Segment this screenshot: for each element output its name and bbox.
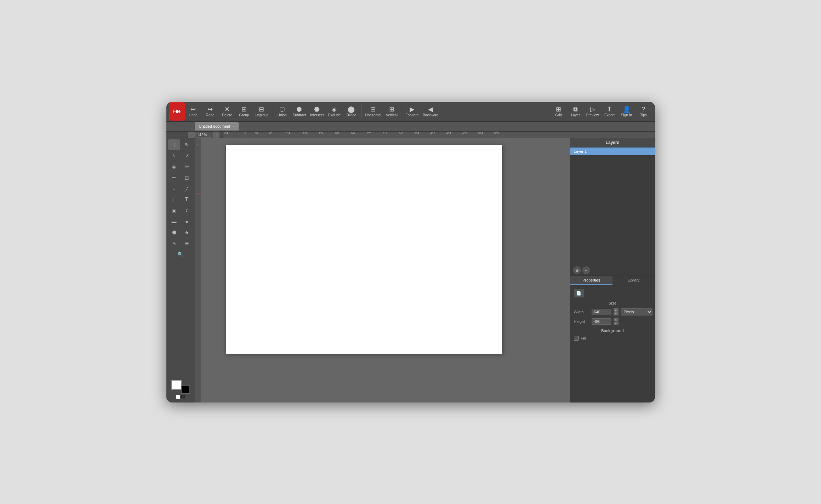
width-stepper: ▲ ▼ — [614, 308, 618, 315]
zoom-tool[interactable]: 🔍 — [175, 249, 187, 260]
grid-icon: ⊞ — [556, 106, 561, 112]
union-button[interactable]: ⬡ Union — [274, 102, 291, 121]
polygon-tool[interactable]: ⬟ — [168, 227, 180, 238]
line-tool[interactable]: ╱ — [181, 183, 193, 194]
file-button[interactable]: File — [169, 102, 185, 121]
burst-tool[interactable]: ✳ — [168, 238, 180, 249]
background-section-title: Background — [574, 329, 651, 333]
vertical-icon: ⊞ — [389, 106, 394, 112]
tool-row-10: ✳ ⊕ — [168, 238, 193, 249]
swatch-small-row — [176, 395, 185, 399]
intersect-button[interactable]: ⬣ Intersect — [308, 102, 326, 121]
rect-tool[interactable]: ▬ — [168, 216, 180, 227]
fill-label: Fill — [581, 336, 586, 340]
color-swatch-main[interactable] — [171, 380, 190, 394]
tips-button[interactable]: ? Tips — [635, 102, 652, 121]
divide-button[interactable]: ⬤ Divide — [343, 102, 360, 121]
ruler-row: − + -34 0 34 69 104 139 174 209 — [166, 132, 655, 138]
paint-tool[interactable]: ◈ — [168, 161, 180, 172]
main-area: ⊹ ↻ ↖ ↗ ◈ ✏ ✒ ◻ ○ ╱ ∫ T — [166, 138, 655, 402]
tool-row-4: ✒ ◻ — [168, 172, 193, 183]
remove-layer-button[interactable]: − — [582, 266, 590, 274]
delete-button[interactable]: ✕ Delete — [219, 102, 236, 121]
ungroup-button[interactable]: ⊟ Ungroup — [253, 102, 270, 121]
select-tool[interactable]: ⊹ — [168, 139, 180, 150]
height-down[interactable]: ▼ — [614, 321, 618, 325]
star-tool[interactable]: ★ — [181, 227, 193, 238]
textpath-tool[interactable]: T — [181, 205, 193, 216]
union-icon: ⬡ — [279, 106, 285, 112]
layer-item[interactable]: Layer 1 — [570, 147, 655, 155]
zoom-input[interactable] — [195, 132, 212, 138]
circle-tool[interactable]: ● — [181, 216, 193, 227]
horizontal-button[interactable]: ⊟ Horizontal — [363, 102, 383, 121]
redo-button[interactable]: ↪ Redo — [202, 102, 219, 121]
subtract-icon: ⬢ — [296, 106, 302, 112]
size-section-title: Size — [574, 301, 651, 305]
canvas-area[interactable] — [201, 138, 570, 402]
height-stepper: ▲ ▼ — [614, 318, 618, 325]
tool-row-5: ○ ╱ — [168, 183, 193, 194]
ruler-corner: − + — [166, 132, 223, 138]
foreground-color[interactable] — [171, 380, 182, 390]
tab-close-button[interactable]: × — [232, 124, 234, 128]
pen-tool[interactable]: ✒ — [168, 172, 180, 183]
zoom-minus-button[interactable]: − — [188, 132, 195, 138]
fill-row: Fill — [574, 336, 651, 341]
direct-select-tool[interactable]: ↖ — [168, 150, 180, 161]
spray-tool[interactable]: ⊕ — [181, 238, 193, 249]
pencil-tool[interactable]: ✏ — [181, 161, 193, 172]
height-row: Height ▲ ▼ — [574, 318, 651, 325]
layers-controls: ⊕ − — [570, 265, 655, 276]
backward-button[interactable]: ◀ Backward — [421, 102, 440, 121]
eraser-tool[interactable]: ◻ — [181, 172, 193, 183]
swatch-black[interactable] — [181, 395, 185, 399]
zoom-controls: − + — [186, 132, 222, 138]
height-up[interactable]: ▲ — [614, 318, 618, 321]
swatch-white[interactable] — [176, 395, 180, 399]
tool-row-11: 🔍 — [175, 249, 187, 260]
exclude-button[interactable]: ◈ Exclude — [326, 102, 343, 121]
ruler-vertical: 1 3 6 9 1.4 1.9 2.4 2.9 3.4 3.9 4.4 4.9 — [195, 138, 201, 402]
subselect-tool[interactable]: ↗ — [181, 150, 193, 161]
layer-button[interactable]: ⧉ Layer — [567, 102, 584, 121]
add-layer-button[interactable]: ⊕ — [573, 266, 581, 274]
tips-icon: ? — [642, 106, 645, 112]
text-tool[interactable]: T — [181, 194, 193, 205]
undo-button[interactable]: ↩ Undo — [185, 102, 202, 121]
subtract-button[interactable]: ⬢ Subtract — [291, 102, 308, 121]
separator-1 — [272, 105, 272, 118]
width-up[interactable]: ▲ — [614, 308, 618, 312]
rect3d-tool[interactable]: ▣ — [168, 205, 180, 216]
tab-library[interactable]: Library — [612, 276, 655, 285]
rotate-tool[interactable]: ↻ — [181, 139, 193, 150]
vertical-button[interactable]: ⊞ Vertical — [383, 102, 400, 121]
background-section: Background Fill — [574, 329, 651, 341]
left-tools-panel: ⊹ ↻ ↖ ↗ ◈ ✏ ✒ ◻ ○ ╱ ∫ T — [166, 138, 195, 402]
delete-icon: ✕ — [224, 106, 230, 112]
background-color[interactable] — [181, 386, 190, 394]
document-icon[interactable]: 📄 — [574, 289, 584, 297]
export-icon: ⬆ — [607, 106, 612, 112]
group-button[interactable]: ⊞ Group — [236, 102, 253, 121]
forward-button[interactable]: ▶ Forward — [404, 102, 421, 121]
tab-properties[interactable]: Properties — [570, 276, 613, 285]
tool-row-7: ▣ T — [168, 205, 193, 216]
fill-checkbox[interactable] — [574, 336, 579, 341]
height-input[interactable] — [592, 318, 611, 325]
grid-button[interactable]: ⊞ Grid — [550, 102, 567, 121]
preview-button[interactable]: ▷ Preview — [584, 102, 601, 121]
document-tab[interactable]: Untitled document × — [195, 122, 239, 131]
ellipse-tool[interactable]: ○ — [168, 183, 180, 194]
width-input[interactable] — [592, 309, 611, 315]
width-down[interactable]: ▼ — [614, 312, 618, 315]
height-label: Height — [574, 319, 589, 324]
tool-row-2: ↖ ↗ — [168, 150, 193, 161]
zoom-plus-button[interactable]: + — [213, 132, 219, 138]
bezier-tool[interactable]: ∫ — [168, 194, 180, 205]
signin-button[interactable]: 👤 Sign In — [618, 102, 635, 121]
tool-row-8: ▬ ● — [168, 216, 193, 227]
exclude-icon: ◈ — [332, 106, 337, 112]
export-button[interactable]: ⬆ Export — [601, 102, 618, 121]
unit-select[interactable]: Pixels Inches Millimeters Centimeters — [621, 308, 652, 315]
